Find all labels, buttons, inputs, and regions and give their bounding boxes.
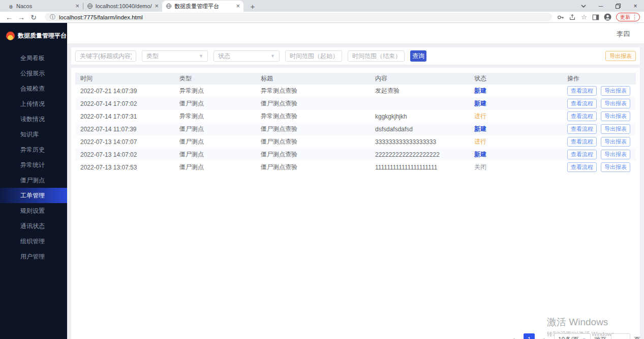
address-bar[interactable]: ⓘ localhost:7775/falarm/index.html (45, 13, 552, 21)
profile-avatar-icon[interactable] (603, 13, 612, 22)
restore-button[interactable] (609, 0, 627, 12)
export-report-row-button[interactable]: 导出报表 (601, 86, 630, 96)
tab-close-icon[interactable]: × (155, 4, 159, 9)
status-select[interactable]: 状态 ▼ (213, 50, 280, 62)
status-badge: 新建 (469, 150, 567, 159)
sidebar-item[interactable]: 全局看板 (0, 50, 67, 66)
new-tab-button[interactable]: + (247, 1, 259, 12)
status-select-placeholder: 状态 (218, 52, 230, 61)
column-header-action: 操作 (567, 74, 636, 83)
keyword-input[interactable] (75, 50, 136, 62)
table-row: 2022-07-21 14:07:39异常测点异常测点查验发起查验新建查看流程导… (75, 84, 636, 97)
end-date-input[interactable] (348, 50, 405, 62)
cell-content: dsfsdafsdafsd (370, 126, 469, 133)
export-report-row-button[interactable]: 导出报表 (601, 137, 630, 147)
export-report-row-button[interactable]: 导出报表 (601, 111, 630, 121)
status-badge: 新建 (469, 99, 567, 108)
prev-page-button[interactable]: ‹ (508, 333, 519, 339)
user-name[interactable]: 李四 (617, 30, 630, 39)
cell-content: 2222222222222222222 (370, 151, 469, 158)
app-header: 李四 (67, 23, 644, 43)
view-flow-button[interactable]: 查看流程 (567, 150, 597, 159)
sidebar-item[interactable]: 异常统计 (0, 157, 67, 173)
share-icon[interactable] (568, 13, 577, 22)
tab-close-icon[interactable]: × (75, 4, 79, 9)
info-icon[interactable]: ⓘ (50, 13, 55, 21)
nacos-favicon-icon: (-) (8, 3, 14, 9)
brand-name: 数据质量管理平台 (18, 32, 67, 40)
sidebar-item[interactable]: 公报展示 (0, 66, 67, 81)
sidebar-item[interactable]: 工单管理 (0, 188, 67, 203)
page-1-button[interactable]: 1 (524, 333, 535, 339)
forward-icon[interactable]: → (16, 13, 26, 22)
search-button[interactable]: 查询 (410, 50, 426, 62)
tab-title: Nacos (16, 3, 73, 9)
view-flow-button[interactable]: 查看流程 (567, 137, 597, 147)
view-flow-button[interactable]: 查看流程 (567, 99, 597, 108)
sidebar-item[interactable]: 读数情况 (0, 111, 67, 127)
tab-close-icon[interactable]: × (236, 4, 240, 9)
export-report-row-button[interactable]: 导出报表 (601, 124, 630, 134)
cell-title: 僵尸测点查验 (256, 150, 370, 159)
sidebar-item[interactable]: 知识库 (0, 127, 67, 142)
status-badge: 进行 (469, 112, 567, 121)
cell-type: 僵尸测点 (174, 150, 256, 159)
next-page-button[interactable]: › (539, 333, 550, 339)
sidebar-item[interactable]: 用户管理 (0, 249, 67, 264)
pagination: ‹ 1 › 10条/页 ▼ 跳至 页 (508, 333, 640, 339)
start-date-input[interactable] (285, 50, 342, 62)
sidebar-item[interactable]: 僵尸测点 (0, 173, 67, 188)
cell-type: 异常测点 (174, 112, 256, 121)
view-flow-button[interactable]: 查看流程 (567, 124, 597, 134)
cell-actions: 查看流程导出报表 (567, 150, 636, 159)
chevron-down-icon: ▼ (199, 53, 203, 59)
export-report-button[interactable]: 导出报表 (605, 51, 636, 61)
sidebar-item[interactable]: 通讯状态 (0, 218, 67, 234)
view-flow-button[interactable]: 查看流程 (567, 162, 597, 172)
password-key-icon[interactable] (556, 13, 565, 22)
kebab-menu-icon: ⋮ (632, 14, 637, 20)
tab-nacos[interactable]: (-) Nacos × (4, 1, 83, 12)
cell-content: 333333333333333333 (370, 138, 469, 146)
minimize-button[interactable]: ─ (592, 0, 609, 12)
view-flow-button[interactable]: 查看流程 (567, 86, 597, 96)
export-report-row-button[interactable]: 导出报表 (601, 99, 630, 108)
cell-actions: 查看流程导出报表 (567, 137, 636, 147)
sidebar-item[interactable]: 上传情况 (0, 96, 67, 111)
reload-icon[interactable]: ↻ (28, 13, 39, 22)
table-panel: 时间 类型 标题 内容 状态 操作 2022-07-21 14:07:39异常测… (71, 68, 640, 339)
cell-type: 僵尸测点 (174, 99, 256, 108)
cell-type: 异常测点 (174, 87, 256, 95)
jump-page-input[interactable] (611, 333, 630, 339)
toolbar-right: ☆ 更新 ⋮ (556, 13, 640, 22)
tab-search-chevron-icon[interactable] (575, 0, 592, 12)
sidebar-item[interactable]: 规则设置 (0, 203, 67, 218)
sidebar-item[interactable]: 异常历史 (0, 142, 67, 157)
close-button[interactable]: × (627, 0, 644, 12)
cell-time: 2022-07-13 14:07:02 (75, 151, 174, 158)
type-select[interactable]: 类型 ▼ (142, 50, 208, 62)
cell-time: 2022-07-14 11:07:39 (75, 126, 174, 133)
filter-panel: 类型 ▼ 状态 ▼ 查询 导出报表 (71, 47, 640, 65)
cell-actions: 查看流程导出报表 (567, 124, 636, 134)
tab-localhost-demo[interactable]: localhost:10040/demo/psjdbc × (83, 1, 162, 12)
back-icon[interactable]: ← (4, 13, 14, 22)
bookmark-star-icon[interactable]: ☆ (579, 13, 589, 22)
view-flow-button[interactable]: 查看流程 (567, 111, 597, 121)
sidebar-item[interactable]: 组织管理 (0, 234, 67, 249)
sidebar-item[interactable]: 合规检查 (0, 81, 67, 96)
cell-title: 僵尸测点查验 (256, 125, 370, 133)
update-button[interactable]: 更新 ⋮ (616, 13, 640, 21)
browser-toolbar: ← → ↻ ⓘ localhost:7775/falarm/index.html… (0, 12, 644, 23)
side-panel-icon[interactable] (591, 13, 600, 22)
cell-time: 2022-07-14 17:07:31 (75, 113, 174, 120)
page-size-select[interactable]: 10条/页 ▼ (554, 333, 591, 339)
cell-type: 僵尸测点 (174, 163, 256, 172)
cell-title: 异常测点查验 (256, 87, 370, 95)
cell-time: 2022-07-14 17:07:02 (75, 100, 174, 107)
export-report-row-button[interactable]: 导出报表 (601, 150, 630, 159)
tab-data-quality-platform[interactable]: 数据质量管理平台 × (162, 1, 243, 12)
cell-title: 僵尸测点查验 (256, 99, 370, 108)
export-report-row-button[interactable]: 导出报表 (601, 162, 630, 172)
cell-actions: 查看流程导出报表 (567, 162, 636, 172)
